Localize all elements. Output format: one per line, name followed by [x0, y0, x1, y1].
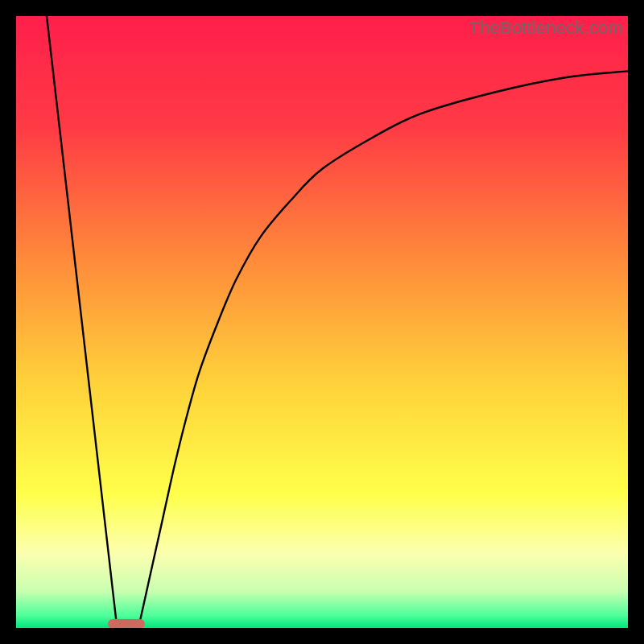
bottleneck-curve [16, 16, 628, 628]
curve-right-arm [138, 71, 628, 628]
plot-area: TheBottleneck.com [16, 16, 628, 628]
optimal-marker-pill [108, 619, 145, 628]
watermark-text: TheBottleneck.com [469, 18, 623, 39]
chart-frame: TheBottleneck.com [0, 0, 644, 644]
curve-left-arm [47, 16, 117, 628]
